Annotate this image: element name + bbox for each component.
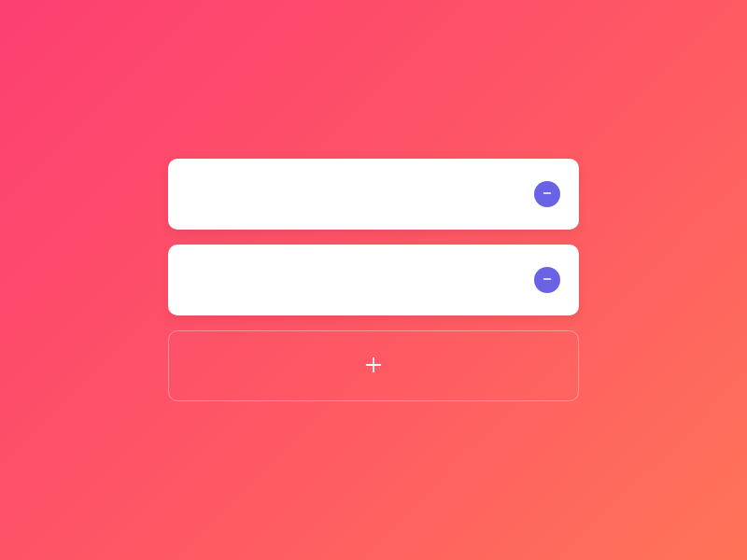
remove-button[interactable] [534,267,560,293]
list-container [168,159,579,401]
minus-icon [542,188,553,202]
plus-icon [363,355,384,378]
add-button[interactable] [168,330,579,401]
list-item [168,159,579,230]
remove-button[interactable] [534,181,560,207]
minus-icon [542,273,553,287]
list-item [168,245,579,315]
